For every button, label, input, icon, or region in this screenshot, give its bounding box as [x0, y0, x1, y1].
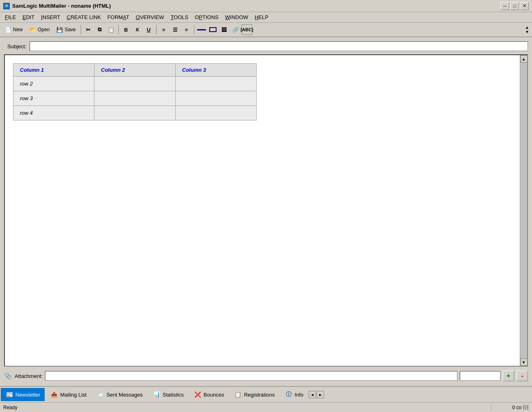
table-row: row 4	[13, 106, 257, 120]
menu-tools[interactable]: TOOLS	[167, 13, 192, 21]
menu-insert[interactable]: INSERT	[38, 13, 63, 21]
subject-input[interactable]	[30, 41, 528, 51]
newsletter-icon: 📰	[5, 391, 13, 398]
tab-next-button[interactable]: ►	[317, 391, 324, 398]
attachment-path-input[interactable]	[45, 371, 457, 381]
italic-button[interactable]: K	[132, 24, 143, 35]
save-icon: 💾	[56, 26, 63, 33]
table-cell-r2c3	[176, 77, 257, 91]
subject-label: Subject:	[4, 43, 26, 49]
minimize-button[interactable]: ─	[500, 2, 509, 10]
box-icon	[209, 27, 217, 32]
attachment-row: 📎 Attachment: + -	[4, 370, 528, 382]
image-button[interactable]: 🖼	[219, 24, 230, 35]
bold-button[interactable]: B	[121, 24, 131, 35]
link-button[interactable]: 🔗	[230, 24, 241, 35]
statistics-icon: 📊	[152, 391, 161, 398]
table-header-col1: Column 1	[13, 64, 94, 77]
status-bar: Ready 0 co	[0, 402, 532, 412]
menu-format[interactable]: FORMAT	[104, 13, 133, 21]
sent-messages-icon: 📨	[96, 391, 104, 398]
table-cell-r4c1: row 4	[13, 106, 94, 120]
underline-button[interactable]: U	[144, 24, 154, 35]
tab-mailing-list[interactable]: 📤 Mailing List	[45, 388, 91, 401]
app-icon: ✉	[3, 3, 10, 9]
table-cell-r3c2	[94, 91, 176, 106]
menu-create-link[interactable]: CREATE LINK	[64, 13, 104, 21]
menu-help[interactable]: HELP	[251, 13, 272, 21]
attachment-name-input[interactable]	[460, 371, 500, 381]
registrations-icon: 📋	[234, 391, 242, 398]
menu-bar: FILE EDIT INSERT CREATE LINK FORMAT OVER…	[0, 12, 532, 23]
main-content: Subject: Column 1 Column 2 Column 3 row …	[0, 37, 532, 386]
tab-info-label: Info	[295, 392, 304, 398]
status-grip-icon	[523, 405, 529, 410]
open-label: Open	[38, 27, 49, 32]
toolbar-separator-2	[118, 25, 119, 34]
subject-row: Subject:	[4, 41, 528, 51]
editor-inner[interactable]: Column 1 Column 2 Column 3 row 2 row 3	[5, 55, 520, 366]
toolbar-expand-button[interactable]: ▲ ▼	[524, 24, 530, 35]
align-center-button[interactable]: ☰	[170, 24, 180, 35]
tab-mailing-list-label: Mailing List	[60, 392, 86, 398]
tab-sent-messages[interactable]: 📨 Sent Messages	[92, 388, 147, 401]
table-row: row 2	[13, 77, 257, 91]
bounces-icon: ❌	[193, 391, 202, 398]
attachment-remove-button[interactable]: -	[517, 371, 528, 381]
tab-statistics[interactable]: 📊 Statistics	[148, 388, 188, 401]
cut-button[interactable]: ✂	[83, 24, 94, 35]
menu-window[interactable]: WINDOW	[222, 13, 251, 21]
paste-button[interactable]: 📋	[106, 24, 116, 35]
save-button[interactable]: 💾 Save	[53, 24, 78, 35]
content-table: Column 1 Column 2 Column 3 row 2 row 3	[13, 63, 257, 120]
attachment-icon: 📎	[4, 372, 12, 380]
tab-bounces[interactable]: ❌ Bounces	[189, 388, 229, 401]
new-icon: 📄	[4, 26, 12, 33]
status-right: 0 co	[491, 405, 532, 410]
tab-prev-button[interactable]: ◄	[309, 391, 316, 398]
tab-registrations[interactable]: 📋 Registrations	[230, 388, 279, 401]
tab-bounces-label: Bounces	[204, 392, 224, 398]
table-cell-r4c3	[176, 106, 257, 120]
save-label: Save	[64, 27, 75, 32]
box-button[interactable]	[208, 24, 218, 35]
scroll-up-arrow[interactable]: ▲	[520, 55, 528, 62]
table-header-col2: Column 2	[94, 64, 176, 77]
open-button[interactable]: 📂 Open	[26, 24, 52, 35]
vertical-scrollbar[interactable]: ▲ ▼	[520, 55, 527, 366]
attachment-add-button[interactable]: +	[503, 371, 514, 381]
align-right-button[interactable]: ≡	[181, 24, 192, 35]
tab-statistics-label: Statistics	[163, 392, 184, 398]
title-bar-controls: ─ □ ✕	[500, 2, 529, 10]
mailing-list-icon: 📤	[50, 391, 58, 398]
tab-newsletter[interactable]: 📰 Newsletter	[1, 388, 45, 401]
new-label: New	[13, 27, 23, 32]
table-cell-r2c2	[94, 77, 176, 91]
table-cell-r2c1: row 2	[13, 77, 94, 91]
title-bar: ✉ SamLogic MultiMailer - noname (HTML) ─…	[0, 0, 532, 12]
close-button[interactable]: ✕	[520, 2, 529, 10]
maximize-button[interactable]: □	[510, 2, 519, 10]
spellcheck-button[interactable]: [ABC]	[242, 24, 252, 35]
new-button[interactable]: 📄 New	[2, 24, 26, 35]
align-left-button[interactable]: ≡	[159, 24, 169, 35]
copy-button[interactable]: ⧉	[94, 24, 105, 35]
open-icon: 📂	[29, 26, 36, 33]
horizontal-rule-button[interactable]	[196, 24, 207, 35]
toolbar-separator-3	[156, 25, 157, 34]
title-bar-left: ✉ SamLogic MultiMailer - noname (HTML)	[3, 3, 111, 9]
table-cell-r4c2	[94, 106, 176, 120]
scroll-track[interactable]	[521, 62, 527, 358]
table-header-row: Column 1 Column 2 Column 3	[13, 64, 257, 77]
tab-info[interactable]: ⓘ Info	[280, 388, 308, 401]
scroll-down-arrow[interactable]: ▼	[520, 358, 528, 366]
menu-file[interactable]: FILE	[2, 13, 19, 21]
status-count: 0 co	[512, 405, 521, 410]
menu-options[interactable]: OPTIONS	[191, 13, 222, 21]
hr-icon	[197, 29, 206, 30]
toolbar: 📄 New 📂 Open 💾 Save ✂ ⧉ 📋 B K U ≡ ☰ ≡ 🖼 …	[0, 23, 532, 37]
menu-overview[interactable]: OVERVIEW	[133, 13, 167, 21]
tab-sent-messages-label: Sent Messages	[106, 392, 143, 398]
menu-edit[interactable]: EDIT	[19, 13, 38, 21]
attachment-label: Attachment:	[15, 373, 43, 379]
